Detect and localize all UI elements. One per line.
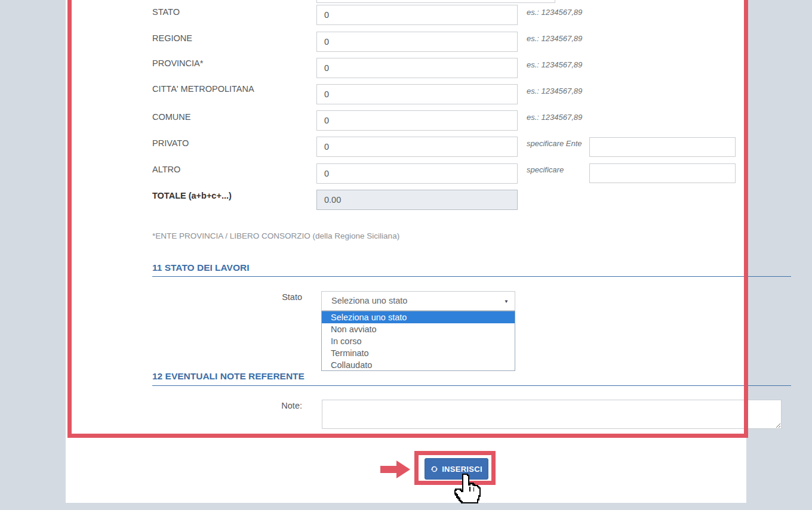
section-12-title: 12 EVENTUALI NOTE REFERENTE: [152, 371, 304, 382]
label-stato: STATO: [152, 7, 180, 17]
hint-comune: es.: 1234567,89: [527, 113, 582, 122]
red-arrow-icon: [380, 460, 410, 478]
stato-amount-input[interactable]: [316, 5, 518, 25]
section-11-title: 11 STATO DEI LAVORI: [152, 262, 250, 273]
note-label: Note:: [245, 401, 302, 410]
totale-amount-input: [316, 190, 518, 210]
label-altro: ALTRO: [152, 165, 180, 174]
dropdown-option-collaudato[interactable]: Collaudato: [322, 359, 515, 371]
inserisci-button-label: INSERISCI: [442, 465, 482, 474]
dropdown-option-in-corso[interactable]: In corso: [322, 335, 515, 347]
hint-provincia: es.: 1234567,89: [527, 60, 582, 69]
section-11-divider: [152, 276, 791, 277]
regione-amount-input[interactable]: [316, 32, 518, 52]
note-textarea[interactable]: [322, 400, 782, 429]
hint-regione: es.: 1234567,89: [527, 34, 582, 43]
label-regione: REGIONE: [152, 33, 192, 43]
privato-amount-input[interactable]: [316, 137, 518, 157]
section-12-divider: [152, 385, 791, 386]
stato-select-value: Seleziona uno stato: [331, 296, 407, 305]
refresh-icon: [430, 465, 438, 473]
stato-dropdown-list: Seleziona uno stato Non avviato In corso…: [321, 311, 515, 371]
label-totale: TOTALE (a+b+c+...): [152, 191, 232, 200]
dropdown-option-non-avviato[interactable]: Non avviato: [322, 323, 515, 335]
label-privato: PRIVATO: [152, 138, 189, 148]
specificare-input[interactable]: [589, 163, 736, 183]
hint-stato: es.: 1234567,89: [527, 8, 582, 17]
dropdown-option-seleziona[interactable]: Seleziona uno stato: [322, 311, 515, 323]
hint-privato: specificare Ente: [527, 139, 582, 148]
specificare-ente-input[interactable]: [589, 137, 736, 157]
inserisci-button[interactable]: INSERISCI: [425, 458, 488, 480]
comune-amount-input[interactable]: [316, 110, 518, 131]
stato-select-label: Stato: [245, 292, 302, 302]
hint-altro: specificare: [527, 165, 564, 174]
form-panel: STATO es.: 1234567,89 REGIONE es.: 12345…: [66, 0, 746, 503]
citta-metropolitana-amount-input[interactable]: [316, 84, 518, 104]
provincia-amount-input[interactable]: [316, 58, 518, 78]
label-comune: COMUNE: [152, 112, 190, 122]
stato-select[interactable]: Seleziona uno stato ▼: [321, 291, 515, 311]
label-provincia: PROVINCIA*: [152, 58, 203, 68]
cutoff-input-above[interactable]: [316, 0, 555, 3]
dropdown-option-terminato[interactable]: Terminato: [322, 347, 515, 359]
hint-citta-metropolitana: es.: 1234567,89: [527, 86, 582, 95]
altro-amount-input[interactable]: [316, 163, 518, 184]
label-citta-metropolitana: CITTA' METROPOLITANA: [152, 84, 254, 94]
chevron-down-icon: ▼: [504, 299, 509, 304]
footnote-ente-provincia: *ENTE PROVINCIA / LIBERO CONSORZIO (dell…: [152, 231, 399, 240]
